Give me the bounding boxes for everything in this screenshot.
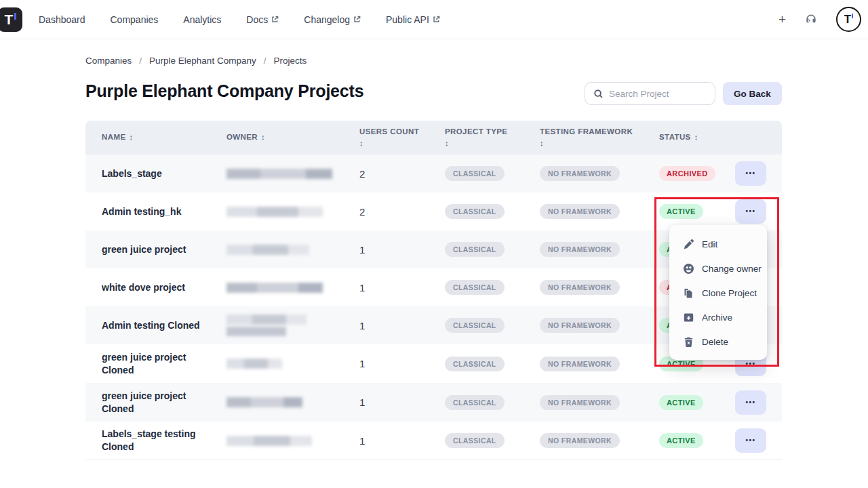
sort-icon: ↕ xyxy=(445,138,524,148)
nav-item-public-api[interactable]: Public API xyxy=(386,14,440,25)
status-badge: ACTIVE xyxy=(659,433,703,448)
status-cell: ACTIVE xyxy=(643,204,719,219)
project-name[interactable]: Labels_stage testing Cloned xyxy=(85,428,210,453)
sort-icon: ↕ xyxy=(129,133,133,141)
logo-accent-tick xyxy=(14,13,16,20)
row-actions-button[interactable]: ••• xyxy=(735,161,766,186)
row-actions-button[interactable]: ••• xyxy=(735,390,766,415)
menu-item-delete[interactable]: Delete xyxy=(669,329,767,354)
breadcrumb-projects[interactable]: Projects xyxy=(273,56,307,66)
status-badge: ARCHIVED xyxy=(659,166,715,181)
nav-item-analytics[interactable]: Analytics xyxy=(183,14,221,25)
project-type-badge: CLASSICAL xyxy=(445,357,505,371)
users-count: 1 xyxy=(343,320,429,331)
actions-cell: ••• xyxy=(719,428,782,453)
owner-redacted xyxy=(226,169,332,179)
user-avatar[interactable]: T xyxy=(836,7,861,32)
sort-icon: ↕ xyxy=(261,133,265,141)
users-count: 1 xyxy=(343,396,429,408)
project-name[interactable]: green juice project Cloned xyxy=(85,390,210,415)
owner-redacted xyxy=(226,397,302,407)
owner-cell xyxy=(210,245,343,255)
search-input[interactable] xyxy=(609,89,715,99)
topbar-actions: + T xyxy=(778,7,850,32)
project-name[interactable]: white dove project xyxy=(85,281,210,294)
owner-cell xyxy=(210,314,343,336)
nav-item-dashboard[interactable]: Dashboard xyxy=(39,14,85,25)
nav-item-changelog[interactable]: Changelog xyxy=(304,14,361,25)
page-title: Purple Elephant Company Projects xyxy=(85,81,363,101)
framework-badge: NO FRAMEWORK xyxy=(540,166,620,181)
column-header-testing-framework[interactable]: TESTING FRAMEWORK↕ xyxy=(524,127,643,148)
actions-cell: ••• xyxy=(719,199,782,224)
owner-redacted xyxy=(226,283,323,293)
owner-redacted xyxy=(226,436,312,446)
project-type-cell: CLASSICAL xyxy=(429,433,524,448)
menu-item-archive[interactable]: Archive xyxy=(669,305,767,329)
breadcrumb-companies[interactable]: Companies xyxy=(85,56,132,66)
avatar-letter: T xyxy=(844,13,851,26)
owner-cell xyxy=(210,207,343,217)
menu-item-clone-project[interactable]: Clone Project xyxy=(669,281,767,305)
row-actions-button[interactable]: ••• xyxy=(735,428,766,453)
owner-redacted xyxy=(226,314,307,325)
app-logo[interactable]: T xyxy=(0,7,22,32)
row-actions-button-open[interactable]: ••• xyxy=(735,199,766,224)
column-header-project-type[interactable]: PROJECT TYPE↕ xyxy=(429,127,524,148)
framework-cell: NO FRAMEWORK xyxy=(524,242,643,257)
status-cell: ACTIVE xyxy=(643,433,719,448)
table-header: NAME↕ OWNER↕ USERS COUNT↕ PROJECT TYPE↕ … xyxy=(85,121,782,155)
owner-cell xyxy=(210,169,343,179)
sort-icon: ↕ xyxy=(694,133,698,141)
sort-icon: ↕ xyxy=(540,138,643,148)
archive-icon xyxy=(683,312,694,323)
owner-redacted xyxy=(226,245,309,255)
column-header-users-count[interactable]: USERS COUNT↕ xyxy=(343,127,429,148)
framework-cell: NO FRAMEWORK xyxy=(524,318,643,333)
user-circle-icon xyxy=(683,263,694,274)
menu-item-change-owner[interactable]: Change owner xyxy=(669,256,767,281)
column-header-status[interactable]: STATUS↕ xyxy=(643,132,719,143)
nav-item-docs[interactable]: Docs xyxy=(246,14,279,25)
column-header-owner[interactable]: OWNER↕ xyxy=(210,132,343,143)
project-type-cell: CLASSICAL xyxy=(429,318,524,333)
project-type-cell: CLASSICAL xyxy=(429,280,524,295)
breadcrumb: Companies / Purple Elephant Company / Pr… xyxy=(85,56,307,66)
menu-item-edit[interactable]: Edit xyxy=(669,232,767,256)
project-type-cell: CLASSICAL xyxy=(429,166,524,181)
breadcrumb-separator: / xyxy=(264,56,267,66)
table-row: green juice project Cloned 1 CLASSICAL N… xyxy=(85,383,782,422)
copy-icon xyxy=(683,287,694,299)
status-cell: ARCHIVED xyxy=(643,166,719,181)
sort-icon: ↕ xyxy=(359,138,429,148)
project-type-badge: CLASSICAL xyxy=(445,395,505,410)
column-header-name[interactable]: NAME↕ xyxy=(85,132,210,143)
add-button[interactable]: + xyxy=(778,13,786,26)
framework-cell: NO FRAMEWORK xyxy=(524,357,643,371)
framework-cell: NO FRAMEWORK xyxy=(524,280,643,295)
project-type-badge: CLASSICAL xyxy=(445,433,505,448)
project-type-badge: CLASSICAL xyxy=(445,242,505,257)
framework-badge: NO FRAMEWORK xyxy=(540,357,620,371)
framework-badge: NO FRAMEWORK xyxy=(540,280,620,295)
top-navbar: T Dashboard Companies Analytics Docs Cha… xyxy=(0,0,868,39)
users-count: 1 xyxy=(343,435,429,447)
actions-cell: ••• xyxy=(719,161,782,186)
status-cell: ACTIVE xyxy=(643,395,719,410)
users-count: 2 xyxy=(343,168,429,180)
breadcrumb-company[interactable]: Purple Elephant Company xyxy=(149,56,256,66)
table-row: Labels_stage 2 CLASSICAL NO FRAMEWORK AR… xyxy=(85,155,782,192)
trash-icon xyxy=(683,336,694,348)
project-name[interactable]: green juice project Cloned xyxy=(85,351,210,377)
project-name[interactable]: Admin testing Cloned xyxy=(85,319,210,332)
project-name[interactable]: Admin testing_hk xyxy=(85,205,210,218)
framework-badge: NO FRAMEWORK xyxy=(540,204,620,219)
support-headset-icon[interactable] xyxy=(804,13,818,26)
go-back-button[interactable]: Go Back xyxy=(723,82,782,105)
avatar-accent-tick xyxy=(852,14,853,18)
owner-cell xyxy=(210,436,343,446)
project-name[interactable]: Labels_stage xyxy=(85,167,210,180)
search-box xyxy=(585,82,715,105)
nav-item-companies[interactable]: Companies xyxy=(111,14,159,25)
project-name[interactable]: green juice project xyxy=(85,243,210,256)
